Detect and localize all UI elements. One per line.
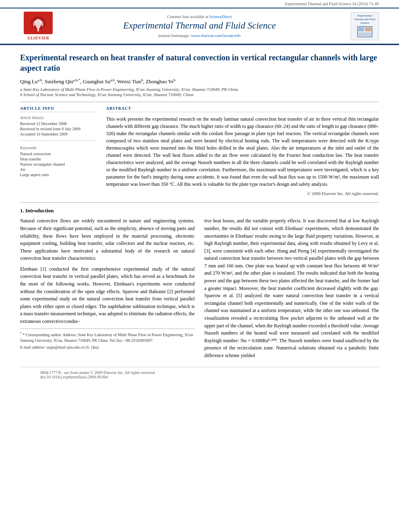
body-right-col: tive heat losses, and the variable prope… bbox=[204, 217, 379, 362]
author-zhonghao-ye: Zhonghao Ye bbox=[146, 78, 173, 84]
abstract-text: This work presents the experimental rese… bbox=[106, 115, 379, 188]
author-wenxi-tian-sup: b bbox=[141, 78, 143, 82]
author-suizheng-qiu: Suizheng Qiu bbox=[45, 78, 73, 84]
introduction-title: 1. Introduction bbox=[20, 207, 379, 214]
body-left-col: Natural convective flows are widely enco… bbox=[20, 217, 195, 362]
main-body: 1. Introduction Natural convective flows… bbox=[20, 202, 379, 362]
abstract-copyright: © 2009 Elsevier Inc. All rights reserved… bbox=[106, 191, 379, 196]
author-qing-lu-sup: a,b bbox=[38, 78, 42, 82]
contents-line: Contents lists available at ScienceDirec… bbox=[64, 14, 335, 19]
history-label: Article history: bbox=[20, 115, 97, 120]
author-qing-lu: Qing Lu bbox=[20, 78, 38, 84]
svg-rect-4 bbox=[365, 27, 371, 31]
author-zhonghao-ye-sup: b bbox=[174, 78, 176, 82]
elsevier-tree-icon bbox=[28, 14, 48, 32]
footer-line-1: 0894-1777/$ - see front matter © 2009 El… bbox=[40, 370, 359, 375]
journal-homepage: journal homepage: www.elsevier.com/locat… bbox=[64, 33, 335, 38]
keywords-label: Keywords: bbox=[20, 146, 97, 150]
journal-icon-box: Experimental Thermal and Fluid Science bbox=[351, 12, 379, 40]
authors-line: Qing Lua,b, Suizheng Qiua,b,*, Guanghui … bbox=[20, 78, 379, 85]
journal-ref: Experimental Thermal and Fluid Science 3… bbox=[0, 0, 399, 8]
abstract-header: ABSTRACT bbox=[106, 106, 379, 112]
page-footer: 0894-1777/$ - see front matter © 2009 El… bbox=[20, 367, 379, 382]
article-info-abstract: ARTICLE INFO Article history: Received 1… bbox=[20, 106, 379, 196]
intro-para-2: Elenbaas [1] conducted the first compreh… bbox=[20, 265, 195, 325]
affiliations: a State Key Laboratory of Multi Phase Fl… bbox=[20, 87, 379, 97]
author-guanghui-su-sup: a,b bbox=[110, 78, 115, 82]
elsevier-logo: ELSEVIER bbox=[20, 12, 56, 40]
divider-after-affiliations bbox=[20, 102, 379, 102]
science-direct-link[interactable]: ScienceDirect bbox=[209, 14, 232, 19]
journal-title: Experimental Thermal and Fluid Science bbox=[64, 21, 335, 31]
journal-header: ELSEVIER Contents lists available at Sci… bbox=[0, 8, 399, 44]
footer-line-2: doi:10.1016/j.expthermflusci.2009.09.004 bbox=[40, 375, 359, 379]
intro-para-right-1: tive heat losses, and the variable prope… bbox=[204, 217, 379, 359]
keyword-4: Large aspect ratio bbox=[20, 173, 97, 177]
divider-keywords bbox=[20, 140, 97, 141]
page: Experimental Thermal and Fluid Science 3… bbox=[0, 0, 399, 532]
journal-cover-icon bbox=[357, 26, 373, 38]
homepage-url[interactable]: www.elsevier.com/locate/etfs bbox=[191, 33, 241, 38]
journal-icon-right: Experimental Thermal and Fluid Science bbox=[343, 12, 379, 40]
author-guanghui-su: Guanghui Su bbox=[83, 78, 110, 84]
article-info-col: ARTICLE INFO Article history: Received 1… bbox=[20, 106, 97, 196]
keyword-0: Natural convection bbox=[20, 152, 97, 156]
keyword-1: Heat transfer bbox=[20, 157, 97, 161]
svg-rect-1 bbox=[37, 29, 39, 31]
journal-center-header: Contents lists available at ScienceDirec… bbox=[56, 14, 343, 38]
keywords-section: Keywords: Natural convection Heat transf… bbox=[20, 146, 97, 177]
keyword-2: Narrow rectangular channel bbox=[20, 162, 97, 166]
content-area: Experimental research on heat transfer o… bbox=[0, 45, 399, 386]
intro-para-1: Natural convective flows are widely enco… bbox=[20, 217, 195, 262]
keyword-3: Air bbox=[20, 167, 97, 172]
author-wenxi-tian: Wenxi Tian bbox=[117, 78, 141, 84]
affiliation-b: b School of Nuclear Science and Technolo… bbox=[20, 92, 379, 97]
body-two-col: Natural convective flows are widely enco… bbox=[20, 217, 379, 362]
elsevier-text: ELSEVIER bbox=[27, 35, 49, 40]
abstract-col: ABSTRACT This work presents the experime… bbox=[106, 106, 379, 196]
affiliation-a: a State Key Laboratory of Multi Phase Fl… bbox=[20, 87, 379, 92]
revised-date: Received in revised form 8 July 2009 bbox=[20, 127, 97, 131]
footnote-area: * * Corresponding author. Address: State… bbox=[20, 329, 195, 350]
journal-icon-text: Experimental Thermal and Fluid Science bbox=[353, 14, 377, 25]
received-date: Received 12 December 2008 bbox=[20, 121, 97, 126]
accepted-date: Accepted 10 September 2009 bbox=[20, 132, 97, 136]
footnote-corresponding: * * Corresponding author. Address: State… bbox=[20, 331, 195, 343]
article-title: Experimental research on heat transfer o… bbox=[20, 52, 379, 73]
footnote-email: E-mail address: szqiu@mail.xjtu.edu.cn (… bbox=[20, 345, 195, 350]
article-info-header: ARTICLE INFO bbox=[20, 106, 97, 112]
svg-rect-3 bbox=[358, 27, 364, 31]
author-suizheng-qiu-sup: a,b,* bbox=[73, 78, 80, 82]
elsevier-logo-box bbox=[24, 12, 53, 34]
